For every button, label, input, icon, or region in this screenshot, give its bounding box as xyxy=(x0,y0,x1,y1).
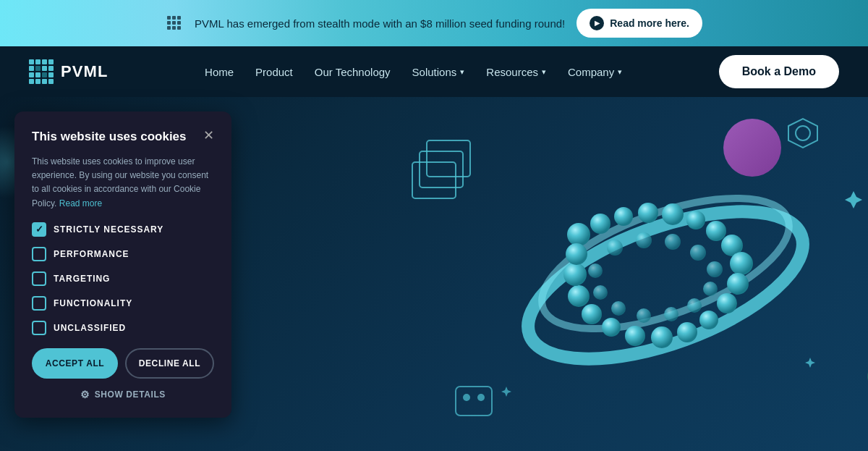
show-details-toggle[interactable]: ⚙ SHOW DETAILS xyxy=(32,389,214,400)
targeting-checkbox[interactable] xyxy=(32,271,46,286)
book-demo-button[interactable]: Book a Demo xyxy=(719,55,839,88)
cookie-option-strictly-necessary: STRICTLY NECESSARY xyxy=(32,222,214,237)
accept-all-button[interactable]: ACCEPT ALL xyxy=(32,348,118,379)
svg-point-34 xyxy=(690,245,706,261)
performance-checkbox[interactable] xyxy=(32,247,46,261)
svg-point-20 xyxy=(727,273,749,295)
svg-point-33 xyxy=(665,234,681,250)
svg-rect-0 xyxy=(167,16,171,20)
svg-rect-2 xyxy=(177,16,181,20)
svg-point-49 xyxy=(463,394,470,401)
unclassified-checkbox[interactable] xyxy=(32,321,46,335)
nav-item-solutions[interactable]: Solutions ▾ xyxy=(412,66,465,78)
cookie-option-performance: PERFORMANCE xyxy=(32,247,214,261)
cookie-option-unclassified: UNCLASSIFIED xyxy=(32,321,214,335)
svg-point-13 xyxy=(614,207,633,226)
cookie-description: This website uses cookies to improve use… xyxy=(32,155,214,211)
close-button[interactable]: ✕ xyxy=(203,129,214,142)
strictly-necessary-label: STRICTLY NECESSARY xyxy=(54,224,163,235)
modal-actions: ACCEPT ALL DECLINE ALL xyxy=(32,348,214,379)
nav-item-resources[interactable]: Resources ▾ xyxy=(486,66,546,78)
nav-item-product[interactable]: Product xyxy=(255,66,293,78)
svg-point-36 xyxy=(703,282,718,296)
svg-point-25 xyxy=(625,326,645,346)
svg-point-22 xyxy=(699,311,718,329)
functionality-checkbox[interactable] xyxy=(32,296,46,311)
svg-point-39 xyxy=(637,308,651,323)
functionality-label: FUNCTIONALITY xyxy=(54,298,132,308)
svg-point-19 xyxy=(730,252,753,275)
svg-rect-48 xyxy=(456,387,492,416)
nav-item-company[interactable]: Company ▾ xyxy=(568,66,622,78)
strictly-necessary-checkbox[interactable] xyxy=(32,222,46,237)
svg-marker-46 xyxy=(788,119,817,148)
svg-point-27 xyxy=(582,304,602,324)
svg-point-29 xyxy=(563,263,587,286)
gear-icon: ⚙ xyxy=(80,389,90,400)
svg-point-11 xyxy=(567,223,590,246)
navbar: PVML Home Product Our Technology Solutio… xyxy=(0,46,868,97)
svg-point-42 xyxy=(588,264,603,278)
svg-point-15 xyxy=(662,203,684,225)
logo-grid-icon xyxy=(29,59,54,84)
svg-point-38 xyxy=(664,307,678,321)
svg-point-28 xyxy=(568,285,590,307)
cookie-modal: This website uses cookies ✕ This website… xyxy=(14,111,231,418)
performance-label: PERFORMANCE xyxy=(54,249,129,259)
nav-logo[interactable]: PVML xyxy=(29,59,109,84)
resources-chevron-icon: ▾ xyxy=(542,67,546,77)
svg-rect-5 xyxy=(177,21,181,25)
svg-point-16 xyxy=(686,211,705,229)
svg-point-50 xyxy=(477,394,485,401)
announcement-bar: PVML has emerged from stealth mode with … xyxy=(0,0,868,46)
svg-point-31 xyxy=(607,240,623,256)
svg-rect-4 xyxy=(172,21,176,25)
svg-rect-7 xyxy=(172,26,176,30)
svg-point-24 xyxy=(651,326,673,348)
svg-point-40 xyxy=(611,301,626,316)
svg-point-30 xyxy=(566,243,587,265)
modal-header: This website uses cookies ✕ xyxy=(32,129,214,145)
svg-rect-3 xyxy=(167,21,171,25)
svg-point-47 xyxy=(796,126,810,140)
svg-point-23 xyxy=(677,322,697,342)
svg-rect-6 xyxy=(167,26,171,30)
read-more-button[interactable]: ▶ Read more here. xyxy=(576,9,702,38)
svg-point-26 xyxy=(602,318,621,337)
nav-links: Home Product Our Technology Solutions ▾ … xyxy=(205,66,622,78)
targeting-label: TARGETING xyxy=(54,274,110,284)
svg-point-41 xyxy=(593,285,608,300)
svg-point-17 xyxy=(706,221,726,241)
read-more-label: Read more here. xyxy=(610,17,689,29)
read-more-cookie-link[interactable]: Read more xyxy=(59,198,102,208)
unclassified-label: UNCLASSIFIED xyxy=(54,323,126,333)
svg-point-14 xyxy=(638,203,658,223)
cookie-option-functionality: FUNCTIONALITY xyxy=(32,296,214,311)
svg-point-37 xyxy=(687,298,702,313)
nav-item-home[interactable]: Home xyxy=(205,66,234,78)
svg-rect-1 xyxy=(172,16,176,20)
solutions-chevron-icon: ▾ xyxy=(460,67,464,77)
svg-rect-8 xyxy=(177,26,181,30)
network-visualization xyxy=(362,97,868,444)
cookie-option-targeting: TARGETING xyxy=(32,271,214,286)
svg-point-21 xyxy=(717,293,737,313)
decline-all-button[interactable]: DECLINE ALL xyxy=(125,348,214,379)
show-details-label: SHOW DETAILS xyxy=(95,389,166,400)
play-icon: ▶ xyxy=(590,16,604,30)
svg-point-12 xyxy=(590,214,610,234)
svg-point-35 xyxy=(707,261,723,277)
company-chevron-icon: ▾ xyxy=(618,67,622,77)
cookie-modal-title: This website uses cookies xyxy=(32,129,187,145)
nav-item-technology[interactable]: Our Technology xyxy=(315,66,391,78)
announcement-text: PVML has emerged from stealth mode with … xyxy=(195,17,565,30)
svg-point-32 xyxy=(636,232,652,248)
logo-text: PVML xyxy=(61,62,109,81)
announcement-logo xyxy=(166,14,183,32)
